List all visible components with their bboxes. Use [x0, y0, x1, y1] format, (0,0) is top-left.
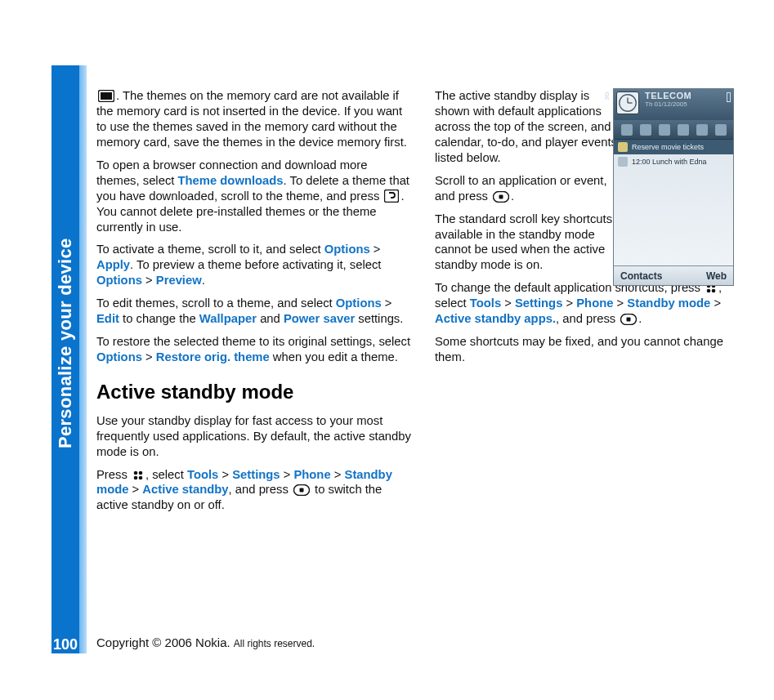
menu-tools: Tools [187, 468, 218, 481]
menu-apply: Apply [96, 258, 130, 271]
app-icon [640, 124, 651, 136]
separator: > [142, 274, 156, 287]
svg-rect-11 [299, 488, 303, 493]
bookmark-icon [618, 142, 628, 152]
separator: > [562, 296, 576, 310]
battery-icon [727, 92, 731, 102]
menu-phone: Phone [293, 468, 330, 481]
text: To edit themes, scroll to a theme, and s… [96, 296, 336, 310]
text: Scroll to an application or event, and p… [435, 174, 607, 203]
text: settings. [355, 312, 403, 325]
svg-rect-13 [499, 194, 503, 198]
menu-active-standby-apps: Active standby apps. [435, 312, 556, 325]
text: . The themes on the memory card are not … [96, 89, 407, 149]
menu-wallpaper: Wallpaper [199, 312, 257, 325]
clear-key-icon [384, 189, 399, 203]
text: To activate a theme, scroll to it, and s… [96, 243, 324, 256]
para-change-shortcuts: To change the default application shortc… [435, 280, 750, 327]
calendar-icon [618, 157, 628, 167]
para-fixed-shortcuts: Some shortcuts may be fixed, and you can… [435, 334, 750, 365]
phone-date: Th 01/12/2005 [645, 100, 730, 108]
separator: > [331, 468, 345, 481]
separator: > [128, 483, 142, 496]
phone-topbar: 3G TELECOM Th 01/12/2005 [614, 89, 733, 120]
text: and [257, 312, 284, 325]
text: to change the [119, 312, 199, 325]
menu-theme-downloads: Theme downloads [178, 174, 284, 187]
scroll-key-icon [293, 484, 310, 496]
page-number: 100 [51, 636, 79, 653]
memory-card-icon [98, 90, 114, 102]
menu-phone: Phone [576, 296, 613, 310]
copyright-text: Copyright © 2006 Nokia. [96, 635, 234, 649]
separator: > [280, 468, 294, 481]
scroll-key-icon [620, 314, 637, 325]
menu-power-saver: Power saver [284, 312, 355, 325]
separator: > [613, 296, 627, 310]
menu-settings: Settings [232, 468, 280, 481]
menu-options: Options [336, 296, 382, 310]
app-icon [678, 124, 689, 136]
rights-text: All rights reserved. [234, 638, 315, 649]
svg-point-9 [139, 475, 143, 479]
separator: > [382, 296, 392, 310]
sidebar-label: Personalize your device [51, 237, 80, 449]
footer: Copyright © 2006 Nokia. All rights reser… [96, 635, 315, 649]
text: , select [145, 468, 187, 481]
phone-screenshot: 3G TELECOM Th 01/12/2005 Reserve movie t… [613, 88, 734, 286]
separator: > [142, 350, 156, 363]
text: , and press [556, 312, 619, 325]
para-restore: To restore the selected theme to its ori… [96, 334, 412, 365]
event-text: Reserve movie tickets [632, 143, 704, 151]
heading-active-standby: Active standby mode [96, 380, 412, 405]
sidebar-accent [79, 65, 87, 653]
app-icon [659, 124, 670, 136]
app-icon [715, 124, 727, 136]
svg-rect-4 [101, 92, 112, 100]
text: . To preview a theme before activating i… [130, 258, 381, 271]
svg-rect-5 [385, 189, 399, 202]
svg-point-17 [712, 289, 716, 293]
menu-tools: Tools [470, 296, 501, 310]
menu-settings: Settings [515, 296, 562, 310]
menu-key-icon [132, 470, 144, 481]
svg-point-8 [134, 475, 138, 479]
phone-softkeys: Contacts Web [614, 265, 733, 285]
menu-options: Options [96, 274, 142, 287]
scroll-key-icon [493, 191, 509, 203]
svg-point-16 [707, 289, 711, 293]
text: Press [96, 468, 131, 481]
phone-event-row: Reserve movie tickets [614, 140, 733, 154]
clock-icon [616, 91, 639, 114]
text: . [511, 189, 514, 203]
softkey-left: Contacts [620, 270, 662, 282]
separator: > [218, 468, 232, 481]
text: , and press [229, 483, 292, 496]
text: . [202, 274, 205, 287]
menu-preview: Preview [156, 274, 202, 287]
svg-point-7 [139, 470, 143, 475]
app-icon [696, 124, 708, 136]
text: . [638, 312, 642, 325]
menu-edit: Edit [96, 312, 119, 325]
svg-point-6 [134, 470, 138, 475]
separator: > [501, 296, 515, 310]
menu-restore: Restore orig. theme [156, 350, 270, 363]
menu-options: Options [96, 350, 142, 363]
softkey-right: Web [706, 270, 727, 282]
para-edit: To edit themes, scroll to a theme, and s… [96, 296, 412, 327]
app-icon [621, 124, 633, 136]
para-memory-card: . The themes on the memory card are not … [96, 88, 412, 150]
page-content: 3G TELECOM Th 01/12/2005 Reserve movie t… [96, 88, 750, 652]
menu-active-standby: Active standby [142, 483, 228, 496]
operator-name: TELECOM [645, 91, 730, 100]
phone-event-row: 12:00 Lunch with Edna [614, 154, 733, 169]
separator: > [710, 296, 721, 310]
phone-event-list: Reserve movie tickets 12:00 Lunch with E… [614, 140, 733, 169]
para-download: To open a browser connection and downloa… [96, 158, 412, 235]
menu-options: Options [324, 243, 370, 256]
para-activate: To activate a theme, scroll to it, and s… [96, 242, 412, 288]
separator: > [370, 243, 381, 256]
para-standby-toggle: Press , select Tools > Settings > Phone … [96, 467, 412, 514]
event-text: 12:00 Lunch with Edna [632, 158, 707, 166]
